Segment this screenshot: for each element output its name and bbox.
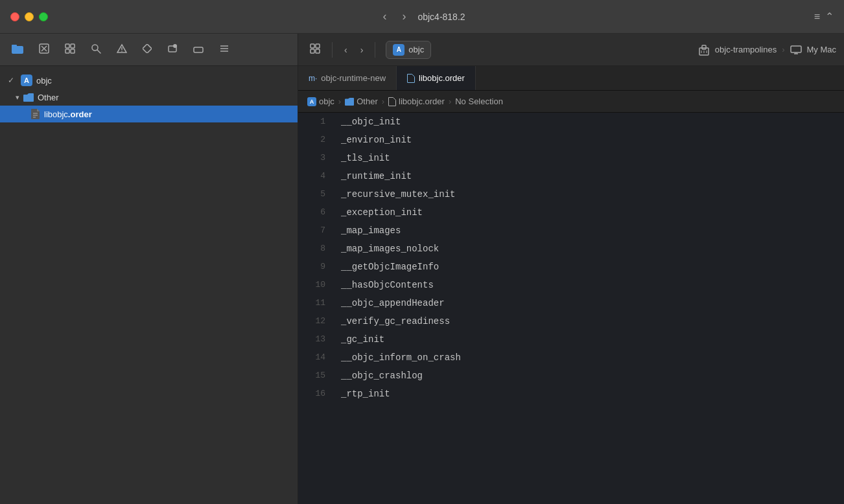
code-line-5: _recursive_mutex_init <box>341 185 844 203</box>
svg-rect-23 <box>311 44 314 48</box>
folder-icon <box>23 93 34 102</box>
sidebar-hierarchy-icon-button[interactable] <box>61 41 79 58</box>
window-title: objc4-818.2 <box>417 12 465 22</box>
sidebar-item-libobjc-label: libobjc.order <box>44 109 92 119</box>
code-line-13: _gc_init <box>341 330 844 349</box>
svg-rect-8 <box>71 49 75 53</box>
toolbar-separator-2 <box>375 42 375 58</box>
sidebar-rect-icon-button[interactable] <box>189 41 207 58</box>
svg-rect-32 <box>791 46 801 52</box>
tab-bar: m· objc-runtime-new libobjc.order <box>298 66 844 91</box>
tab-file-icon <box>407 74 415 83</box>
tab-objc-runtime-new[interactable]: m· objc-runtime-new <box>298 66 397 90</box>
caret-icon: ▾ <box>16 93 19 102</box>
svg-rect-1 <box>12 45 17 47</box>
project-name: objc <box>408 45 424 54</box>
line-num-12: 12 <box>298 312 325 330</box>
breadcrumb: A objc › Other › libobjc.order › No Sele… <box>298 91 844 113</box>
tab-label-objc-runtime: objc-runtime-new <box>321 73 386 83</box>
minimize-button[interactable] <box>25 12 34 21</box>
target-device-area: objc-trampolines › My Mac <box>698 44 836 56</box>
editor-grid-icon-button[interactable] <box>306 41 324 58</box>
sidebar-list-icon-button[interactable] <box>215 41 233 58</box>
editor-forward-button[interactable]: › <box>357 42 368 58</box>
line-num-7: 7 <box>298 222 325 240</box>
objc-project-icon: A <box>21 74 32 86</box>
code-line-10: __hasObjcContents <box>341 276 844 294</box>
line-num-14: 14 <box>298 349 325 367</box>
tab-libobjc-order[interactable]: libobjc.order <box>397 66 476 90</box>
code-line-8: _map_images_nolock <box>341 240 844 258</box>
device-name: My Mac <box>807 45 837 54</box>
breadcrumb-folder-icon <box>345 98 354 106</box>
title-nav-next[interactable]: › <box>398 8 410 25</box>
svg-rect-24 <box>316 44 320 48</box>
split-icon-button[interactable]: ⌃ <box>825 10 834 23</box>
sidebar-diamond-icon-button[interactable] <box>139 41 156 58</box>
title-nav-prev[interactable]: ‹ <box>379 8 390 25</box>
code-line-7: _map_images <box>341 222 844 240</box>
sidebar-toolbar <box>0 34 298 66</box>
sidebar-cross-icon-button[interactable] <box>35 41 53 58</box>
project-icon: A <box>393 44 404 56</box>
code-line-14: __objc_inform_on_crash <box>341 349 844 367</box>
breadcrumb-file-icon <box>388 97 396 106</box>
svg-rect-28 <box>702 45 706 49</box>
close-button[interactable] <box>10 12 19 21</box>
line-num-4: 4 <box>298 167 325 185</box>
monitor-icon <box>790 45 802 54</box>
title-bar-right: ≡ ⌃ <box>814 10 834 23</box>
code-lines[interactable]: __objc_init _environ_init _tls_init _run… <box>332 113 844 504</box>
checkmark-icon: ✓ <box>8 76 17 85</box>
code-line-6: _exception_init <box>341 203 844 222</box>
sidebar-badge-icon-button[interactable] <box>163 41 182 58</box>
code-line-9: __getObjcImageInfo <box>341 258 844 276</box>
code-editor[interactable]: 1 2 3 4 5 6 7 8 9 10 11 12 13 14 15 16 _… <box>298 113 844 504</box>
code-line-16: _rtp_init <box>341 385 844 403</box>
tab-m-indicator: m· <box>309 74 317 83</box>
breadcrumb-sep-1: › <box>338 97 341 106</box>
svg-rect-16 <box>194 47 203 52</box>
breadcrumb-libobjc-label: libobjc.order <box>399 97 445 106</box>
line-numbers: 1 2 3 4 5 6 7 8 9 10 11 12 13 14 15 16 <box>298 113 332 504</box>
maximize-button[interactable] <box>39 12 48 21</box>
breadcrumb-libobjc-order[interactable]: libobjc.order <box>388 97 445 106</box>
sidebar-item-libobjc-order[interactable]: libobjc.order <box>0 106 298 122</box>
main-layout: ✓ A objc ▾ Other <box>0 34 844 504</box>
breadcrumb-other[interactable]: Other <box>345 97 378 106</box>
right-panel: ‹ › A objc objc-trampolines › <box>298 34 844 504</box>
sidebar-item-other[interactable]: ▾ Other <box>0 89 298 106</box>
sidebar-item-objc[interactable]: ✓ A objc <box>0 71 298 89</box>
editor-back-button[interactable]: ‹ <box>340 42 351 58</box>
line-num-16: 16 <box>298 385 325 403</box>
toolbar-separator-1 <box>332 42 333 58</box>
code-line-1: __objc_init <box>341 113 844 131</box>
svg-rect-13 <box>143 44 152 53</box>
title-bar-center: ‹ › objc4-818.2 <box>379 8 465 25</box>
breadcrumb-sep-3: › <box>449 97 451 106</box>
sidebar: ✓ A objc ▾ Other <box>0 34 298 504</box>
svg-rect-6 <box>71 44 75 48</box>
target-name: objc-trampolines <box>715 45 777 54</box>
svg-point-12 <box>121 51 123 52</box>
building-icon <box>698 44 710 56</box>
breadcrumb-objc[interactable]: A objc <box>307 97 334 106</box>
line-num-6: 6 <box>298 203 325 222</box>
line-num-5: 5 <box>298 185 325 203</box>
sidebar-warning-icon-button[interactable] <box>113 41 131 58</box>
svg-rect-5 <box>65 44 69 48</box>
file-icon <box>31 109 40 119</box>
breadcrumb-chevron: › <box>782 45 784 54</box>
line-num-3: 3 <box>298 149 325 167</box>
svg-line-10 <box>97 50 100 53</box>
list-icon-button[interactable]: ≡ <box>814 11 820 23</box>
line-num-10: 10 <box>298 276 325 294</box>
breadcrumb-objc-icon: A <box>307 97 316 106</box>
sidebar-folder-icon-button[interactable] <box>8 41 27 58</box>
title-bar: ‹ › objc4-818.2 ≡ ⌃ <box>0 0 844 34</box>
breadcrumb-no-selection: No Selection <box>455 97 503 106</box>
tab-label-libobjc: libobjc.order <box>419 73 465 83</box>
code-line-12: _verify_gc_readiness <box>341 312 844 330</box>
project-pill[interactable]: A objc <box>386 41 431 59</box>
sidebar-search-icon-button[interactable] <box>87 41 105 58</box>
